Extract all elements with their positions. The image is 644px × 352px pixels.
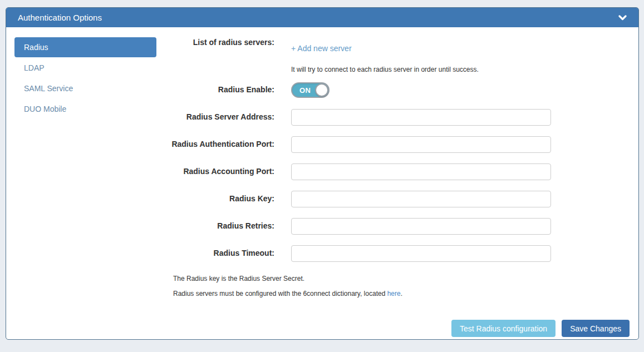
accounting-port-label: Radius Accounting Port: — [156, 166, 274, 177]
collapse-button[interactable] — [618, 13, 627, 23]
radius-enable-toggle[interactable]: ON — [291, 82, 330, 98]
add-new-server-link[interactable]: + Add new server — [291, 44, 352, 53]
chevron-down-icon — [618, 13, 627, 23]
server-list-helper-text: It will try to connect to each radius se… — [291, 66, 551, 73]
accounting-port-input[interactable] — [291, 163, 551, 180]
radius-timeout-input[interactable] — [291, 245, 551, 262]
radius-timeout-label: Radius Timeout: — [156, 248, 274, 259]
radius-key-label: Radius Key: — [156, 194, 274, 205]
panel-main: Radius LDAP SAML Service DUO Mobile List… — [6, 37, 638, 309]
accounting-port-row: Radius Accounting Port: — [156, 163, 638, 180]
radius-retries-row: Radius Retries: — [156, 218, 638, 235]
radius-retries-label: Radius Retries: — [156, 221, 274, 232]
server-list-control: + Add new server It will try to connect … — [291, 37, 551, 73]
panel-title: Authentication Options — [18, 13, 102, 22]
server-list-row: List of radius servers: + Add new server… — [156, 37, 638, 73]
authentication-port-input[interactable] — [291, 136, 551, 153]
save-changes-button[interactable]: Save Changes — [562, 320, 630, 337]
radius-enable-row: Radius Enable: ON — [156, 82, 638, 98]
auth-method-tabs: Radius LDAP SAML Service DUO Mobile — [6, 37, 156, 309]
radius-key-row: Radius Key: — [156, 191, 638, 207]
test-radius-configuration-button[interactable]: Test Radius configuration — [451, 320, 555, 337]
tab-duo-mobile[interactable]: DUO Mobile — [14, 99, 156, 119]
authentication-options-panel: Authentication Options Radius LDAP SAML … — [6, 7, 639, 340]
radius-retries-input[interactable] — [291, 218, 551, 235]
server-address-row: Radius Server Address: — [156, 109, 638, 126]
toggle-state-text: ON — [299, 86, 311, 95]
radius-key-input[interactable] — [291, 191, 551, 207]
tab-radius[interactable]: Radius — [14, 37, 156, 57]
radius-enable-control: ON — [291, 82, 551, 98]
radius-enable-label: Radius Enable: — [156, 85, 274, 96]
note-dictionary: Radius servers must be configured with t… — [173, 289, 638, 298]
panel-header: Authentication Options — [6, 8, 638, 27]
server-address-input[interactable] — [291, 109, 551, 126]
form-notes: The Radius key is the Radius Server Secr… — [173, 274, 638, 298]
toggle-knob[interactable] — [315, 83, 328, 97]
note-radius-key: The Radius key is the Radius Server Secr… — [173, 274, 638, 283]
note-dictionary-suffix: . — [401, 290, 402, 298]
radius-form: List of radius servers: + Add new server… — [156, 37, 638, 309]
server-list-label: List of radius servers: — [156, 37, 274, 48]
server-address-label: Radius Server Address: — [156, 112, 274, 123]
tab-ldap[interactable]: LDAP — [14, 58, 156, 78]
here-link[interactable]: here — [387, 290, 401, 298]
authentication-port-row: Radius Authentication Port: — [156, 136, 638, 153]
radius-timeout-row: Radius Timeout: — [156, 245, 638, 262]
authentication-port-label: Radius Authentication Port: — [156, 139, 274, 150]
action-buttons: Test Radius configuration Save Changes — [6, 320, 638, 339]
panel-body: Radius LDAP SAML Service DUO Mobile List… — [6, 27, 638, 339]
tab-saml-service[interactable]: SAML Service — [14, 78, 156, 98]
note-dictionary-text: Radius servers must be configured with t… — [173, 290, 385, 298]
